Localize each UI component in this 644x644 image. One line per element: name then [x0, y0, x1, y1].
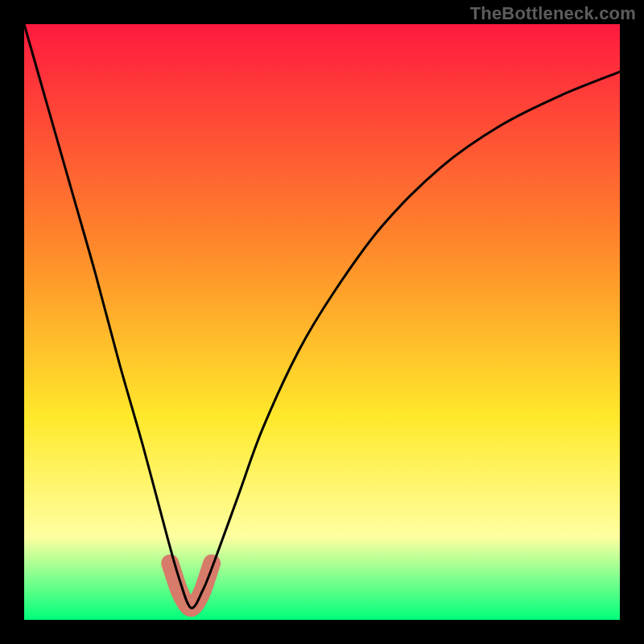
chart-frame: TheBottleneck.com — [0, 0, 644, 644]
plot-svg — [24, 24, 620, 620]
gradient-background — [24, 24, 620, 620]
watermark-text: TheBottleneck.com — [470, 3, 636, 24]
plot-area — [24, 24, 620, 620]
